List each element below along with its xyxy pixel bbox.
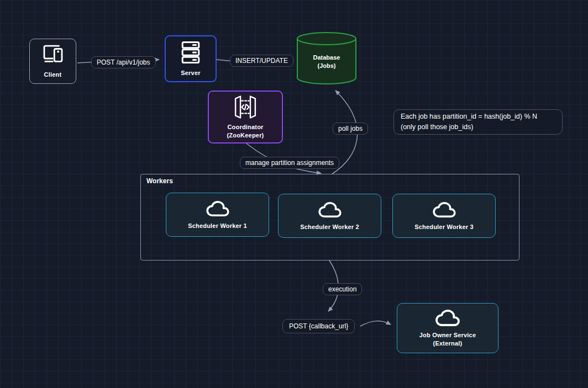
edge-label-post-callback[interactable]: POST {callback_url} xyxy=(282,319,355,333)
partition-note[interactable]: Each job has partition_id = hash(job_id)… xyxy=(393,109,563,135)
cloud-icon xyxy=(317,201,343,219)
client-label: Client xyxy=(44,71,62,79)
database-label: Database (Jobs) xyxy=(296,54,357,71)
worker-node-3[interactable]: Scheduler Worker 3 xyxy=(392,194,496,238)
server-stack-icon xyxy=(177,41,204,64)
devices-icon xyxy=(40,44,66,66)
edge-label-insert-update[interactable]: INSERT/UPDATE xyxy=(230,55,293,67)
edge-label-execution[interactable]: execution xyxy=(323,283,362,295)
edge-callback-jobowner[interactable] xyxy=(360,321,391,326)
worker-1-label: Scheduler Worker 1 xyxy=(188,222,247,230)
diagram-canvas[interactable]: { "title": "Job scheduler architecture d… xyxy=(0,0,588,388)
cloud-icon xyxy=(432,201,457,219)
worker-2-label: Scheduler Worker 2 xyxy=(300,223,359,231)
edge-label-manage-partitions[interactable]: manage partition assignments xyxy=(240,157,339,169)
edge-label-post-jobs[interactable]: POST /api/v1/jobs xyxy=(91,56,156,68)
job-owner-label: Job Owner Service (External) xyxy=(419,331,476,348)
database-node[interactable]: Database (Jobs) xyxy=(296,31,357,85)
workers-group-label: Workers xyxy=(146,177,173,185)
server-node[interactable]: Server xyxy=(165,35,217,82)
coordinator-node[interactable]: Coordinator (ZooKeeper) xyxy=(208,91,283,143)
worker-node-1[interactable]: Scheduler Worker 1 xyxy=(166,193,269,237)
edge-label-poll-jobs[interactable]: poll jobs xyxy=(333,123,368,135)
worker-node-2[interactable]: Scheduler Worker 2 xyxy=(278,194,381,238)
client-node[interactable]: Client xyxy=(29,39,76,84)
cloud-icon xyxy=(434,309,461,327)
coordinator-label: Coordinator (ZooKeeper) xyxy=(227,123,264,140)
server-label: Server xyxy=(181,69,200,77)
job-owner-service-node[interactable]: Job Owner Service (External) xyxy=(397,303,498,353)
code-gateway-icon xyxy=(231,95,260,119)
worker-3-label: Scheduler Worker 3 xyxy=(414,223,474,231)
cloud-icon xyxy=(205,200,230,217)
